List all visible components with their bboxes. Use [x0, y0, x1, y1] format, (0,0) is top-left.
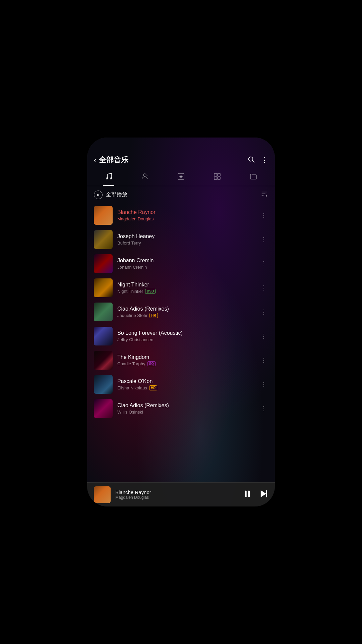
song-item[interactable]: Ciao Adios (Remixes) Willis Osinski ⋮: [87, 396, 275, 421]
nav-tabs: [87, 169, 275, 186]
song-list: Blanche Raynor Magdalen Douglas ⋮ Joseph…: [87, 203, 275, 506]
sort-button[interactable]: [261, 190, 268, 199]
song-item[interactable]: Pascale O'Kon Elisha Nikolaus HR ⋮: [87, 372, 275, 396]
quality-badge: DSD: [145, 289, 156, 294]
song-item[interactable]: Ciao Adios (Remixes) Jaqueline Stehr HR …: [87, 300, 275, 324]
song-info: Joseph Heaney Buford Terry: [117, 233, 255, 246]
svg-rect-16: [266, 490, 267, 497]
page-title: 全部音乐: [99, 155, 128, 165]
playlist-icon: [213, 172, 221, 182]
tab-artists[interactable]: [135, 170, 154, 186]
svg-point-5: [181, 176, 182, 177]
header-right: ⋮: [247, 156, 268, 165]
song-title: Ciao Adios (Remixes): [117, 306, 255, 312]
song-artist: Buford Terry: [117, 240, 141, 246]
song-item[interactable]: Blanche Raynor Magdalen Douglas ⋮: [87, 203, 275, 227]
phone-frame: ‹ 全部音乐 ⋮: [87, 138, 275, 506]
status-bar: [87, 138, 275, 152]
song-item[interactable]: The Kingdom Charlie Torphy SQ ⋮: [87, 348, 275, 372]
song-more-button[interactable]: ⋮: [259, 330, 268, 342]
song-title: Joseph Heaney: [117, 233, 255, 239]
song-item[interactable]: Joseph Heaney Buford Terry ⋮: [87, 227, 275, 252]
play-all-left: 全部播放: [94, 191, 127, 199]
song-artwork: [94, 254, 113, 273]
song-info: The Kingdom Charlie Torphy SQ: [117, 354, 255, 366]
song-info: So Long Forever (Acoustic) Jeffry Christ…: [117, 330, 255, 342]
tab-albums[interactable]: [172, 170, 190, 186]
song-info: Ciao Adios (Remixes) Willis Osinski: [117, 402, 255, 415]
np-artwork: [94, 486, 111, 503]
song-meta: Jeffry Christiansen: [117, 337, 255, 342]
svg-point-2: [143, 174, 146, 176]
song-more-button[interactable]: ⋮: [259, 233, 268, 246]
song-item[interactable]: Night Thinker Night Thinker DSD ⋮: [87, 276, 275, 300]
song-more-button[interactable]: ⋮: [259, 354, 268, 367]
song-artist: Night Thinker: [117, 289, 143, 294]
song-meta: Jaqueline Stehr HR: [117, 313, 255, 318]
song-meta: Charlie Torphy SQ: [117, 361, 255, 366]
np-controls: [243, 489, 268, 500]
song-more-button[interactable]: ⋮: [259, 306, 268, 318]
song-artist: Johann Cremin: [117, 265, 147, 270]
song-info: Johann Cremin Johann Cremin: [117, 258, 255, 270]
header-left: ‹ 全部音乐: [94, 155, 128, 165]
song-artist: Willis Osinski: [117, 410, 143, 415]
song-artwork: [94, 206, 113, 225]
svg-marker-15: [261, 490, 266, 497]
back-button[interactable]: ‹: [94, 156, 96, 164]
np-info: Blanche Raynor Magdalen Douglas: [115, 489, 238, 500]
search-icon[interactable]: [247, 156, 255, 165]
svg-line-1: [252, 161, 254, 162]
song-info: Ciao Adios (Remixes) Jaqueline Stehr HR: [117, 306, 255, 318]
song-meta: Willis Osinski: [117, 410, 255, 415]
song-meta: Night Thinker DSD: [117, 289, 255, 294]
quality-badge: HR: [149, 385, 157, 390]
song-info: Blanche Raynor Magdalen Douglas: [117, 209, 255, 221]
svg-rect-7: [218, 173, 220, 176]
song-more-button[interactable]: ⋮: [259, 257, 268, 270]
menu-icon[interactable]: ⋮: [261, 156, 268, 164]
song-meta: Elisha Nikolaus HR: [117, 385, 255, 390]
song-artwork: [94, 303, 113, 321]
song-title: Night Thinker: [117, 282, 255, 288]
song-artwork: [94, 327, 113, 345]
song-artwork: [94, 351, 113, 370]
svg-rect-13: [245, 490, 247, 497]
song-artwork: [94, 278, 113, 297]
song-item[interactable]: So Long Forever (Acoustic) Jeffry Christ…: [87, 324, 275, 348]
tab-folder[interactable]: [244, 170, 263, 186]
albums-icon: [177, 172, 185, 182]
song-more-button[interactable]: ⋮: [259, 378, 268, 391]
song-more-button[interactable]: ⋮: [259, 402, 268, 415]
song-meta: Buford Terry: [117, 240, 255, 246]
svg-rect-14: [248, 490, 250, 497]
play-all-bar: 全部播放: [87, 186, 275, 203]
song-meta: Johann Cremin: [117, 265, 255, 270]
song-artwork: [94, 230, 113, 249]
song-title: Ciao Adios (Remixes): [117, 402, 255, 409]
play-all-label: 全部播放: [106, 191, 127, 198]
song-title: The Kingdom: [117, 354, 255, 360]
header: ‹ 全部音乐 ⋮: [87, 152, 275, 169]
svg-rect-8: [214, 177, 217, 179]
artists-icon: [141, 172, 149, 182]
song-artwork: [94, 375, 113, 394]
song-title: Johann Cremin: [117, 258, 255, 264]
quality-badge: HR: [149, 313, 158, 318]
song-info: Pascale O'Kon Elisha Nikolaus HR: [117, 378, 255, 390]
tab-playlist[interactable]: [208, 170, 227, 186]
pause-button[interactable]: [243, 489, 252, 500]
now-playing-bar[interactable]: Blanche Raynor Magdalen Douglas: [87, 482, 275, 506]
next-button[interactable]: [259, 489, 268, 500]
song-meta: Magdalen Douglas: [117, 216, 255, 221]
song-artist: Elisha Nikolaus: [117, 385, 147, 390]
song-title: So Long Forever (Acoustic): [117, 330, 255, 336]
song-more-button[interactable]: ⋮: [259, 281, 268, 294]
tab-songs[interactable]: [99, 170, 118, 186]
song-item[interactable]: Johann Cremin Johann Cremin ⋮: [87, 252, 275, 276]
play-all-button[interactable]: [94, 191, 103, 199]
song-artist: Magdalen Douglas: [117, 216, 154, 221]
song-artist: Jaqueline Stehr: [117, 313, 147, 318]
song-artist: Charlie Torphy: [117, 361, 145, 366]
song-more-button[interactable]: ⋮: [259, 209, 268, 222]
